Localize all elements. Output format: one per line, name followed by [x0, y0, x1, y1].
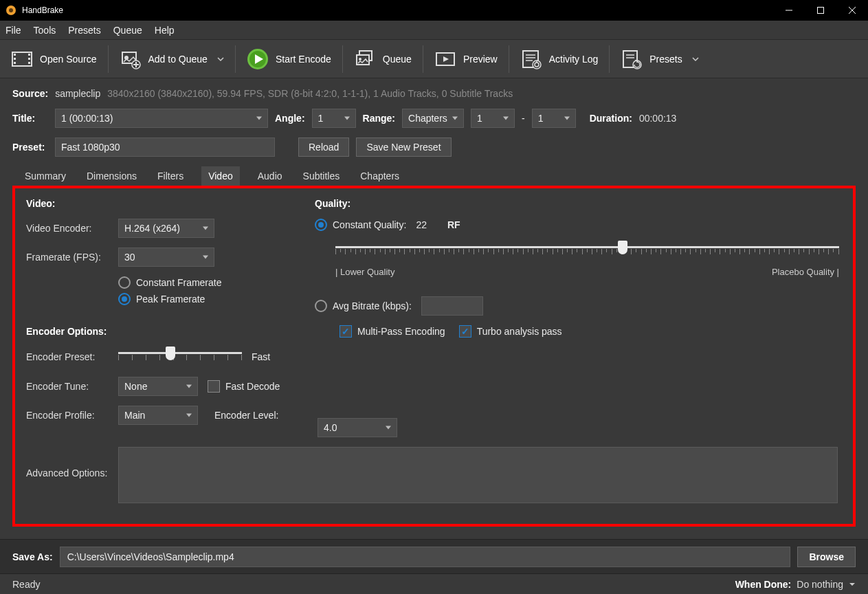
radio-icon [118, 276, 131, 289]
encoder-tune-select[interactable]: None [118, 377, 198, 396]
menu-file[interactable]: File [5, 25, 21, 36]
radio-icon [315, 300, 327, 312]
quality-section-heading: Quality: [315, 198, 842, 209]
save-path-input[interactable]: C:\Users\Vince\Videos\Sampleclip.mp4 [60, 547, 791, 567]
title-label: Title: [12, 113, 48, 124]
range-start-select[interactable]: 1 [471, 109, 515, 128]
status-text: Ready [12, 579, 40, 590]
source-row: Source: sampleclip 3840x2160 (3840x2160)… [12, 88, 856, 99]
window-titlebar: HandBrake [0, 0, 868, 21]
lower-quality-label: | Lower Quality [335, 267, 394, 277]
maximize-button[interactable] [805, 0, 836, 21]
svg-rect-9 [14, 62, 16, 64]
angle-select[interactable]: 1 [312, 109, 356, 128]
multipass-checkbox[interactable]: Multi-Pass Encoding [340, 325, 445, 338]
video-encoder-label: Video Encoder: [26, 223, 109, 234]
queue-button[interactable]: Queue [347, 44, 419, 74]
dropdown-arrow-icon [217, 56, 224, 63]
avg-bitrate-input[interactable] [421, 296, 483, 316]
fast-decode-checkbox[interactable]: Fast Decode [208, 380, 280, 393]
encoder-profile-select[interactable]: Main [118, 406, 198, 425]
preview-label: Preview [463, 54, 498, 65]
open-source-label: Open Source [40, 54, 97, 65]
svg-rect-12 [28, 62, 30, 64]
radio-icon [118, 293, 131, 305]
activity-log-label: Activity Log [549, 54, 599, 65]
save-bar: Save As: C:\Users\Vince\Videos\Samplecli… [0, 539, 868, 573]
turbo-checkbox[interactable]: Turbo analysis pass [459, 325, 562, 338]
checkbox-icon [459, 325, 471, 338]
dropdown-arrow-icon [849, 581, 856, 588]
encoder-profile-label: Encoder Profile: [26, 410, 109, 421]
menu-presets[interactable]: Presets [68, 25, 100, 36]
activity-log-button[interactable]: Activity Log [513, 44, 605, 74]
add-queue-icon [120, 48, 142, 70]
tab-video[interactable]: Video [201, 166, 240, 186]
source-label: Source: [12, 88, 48, 99]
browse-button[interactable]: Browse [797, 547, 856, 567]
encoder-tune-label: Encoder Tune: [26, 381, 109, 392]
range-type-select[interactable]: Chapters [402, 109, 464, 128]
encoder-level-select[interactable]: 4.0 [318, 418, 397, 437]
menu-help[interactable]: Help [155, 25, 175, 36]
tab-chapters[interactable]: Chapters [357, 166, 402, 186]
cq-unit: RF [447, 219, 460, 230]
tab-dimensions[interactable]: Dimensions [84, 166, 140, 186]
when-done-value[interactable]: Do nothing [797, 579, 843, 590]
encoder-preset-slider[interactable] [118, 346, 242, 367]
svg-point-22 [359, 58, 361, 60]
range-end-select[interactable]: 1 [532, 109, 576, 128]
video-encoder-select[interactable]: H.264 (x264) [118, 219, 214, 238]
checkbox-icon [208, 380, 220, 393]
svg-rect-10 [28, 54, 30, 56]
constant-framerate-radio[interactable]: Constant Framerate [118, 276, 222, 289]
encoder-preset-label: Encoder Preset: [26, 351, 109, 362]
svg-rect-3 [818, 8, 824, 14]
tab-summary[interactable]: Summary [22, 166, 69, 186]
advanced-options-label: Advanced Options: [26, 447, 109, 478]
framerate-select[interactable]: 30 [118, 248, 214, 267]
tab-filters[interactable]: Filters [155, 166, 186, 186]
preview-button[interactable]: Preview [427, 44, 504, 74]
checkbox-icon [340, 325, 352, 338]
start-encode-button[interactable]: Start Encode [240, 44, 338, 74]
preset-label: Preset: [12, 142, 48, 153]
source-name: sampleclip [55, 88, 100, 99]
start-encode-label: Start Encode [276, 54, 331, 65]
play-icon [247, 48, 269, 70]
presets-label: Presets [649, 54, 682, 65]
menu-tools[interactable]: Tools [34, 25, 56, 36]
svg-rect-8 [14, 58, 16, 60]
toolbar-separator [108, 45, 109, 73]
constant-quality-radio[interactable]: Constant Quality: [315, 219, 406, 231]
toolbar-separator [342, 45, 343, 73]
title-select[interactable]: 1 (00:00:13) [55, 109, 268, 128]
queue-icon [354, 48, 376, 70]
toolbar-separator [235, 45, 236, 73]
close-button[interactable] [836, 0, 868, 21]
toolbar-separator [609, 45, 610, 73]
preview-icon [434, 48, 456, 70]
quality-slider[interactable] [335, 241, 839, 264]
tab-subtitles[interactable]: Subtitles [300, 166, 343, 186]
open-source-button[interactable]: Open Source [4, 44, 104, 74]
avg-bitrate-radio[interactable]: Avg Bitrate (kbps): [315, 300, 412, 312]
preset-select[interactable]: Fast 1080p30 [55, 138, 275, 157]
menu-queue[interactable]: Queue [113, 25, 142, 36]
svg-rect-7 [14, 54, 16, 56]
peak-framerate-radio[interactable]: Peak Framerate [118, 293, 205, 305]
add-to-queue-button[interactable]: Add to Queue [113, 44, 231, 74]
tab-audio[interactable]: Audio [255, 166, 285, 186]
minimize-button[interactable] [773, 0, 805, 21]
duration-label: Duration: [590, 113, 632, 124]
svg-point-1 [9, 8, 13, 12]
reload-button[interactable]: Reload [298, 138, 349, 157]
app-icon [5, 5, 16, 16]
advanced-options-input[interactable] [118, 447, 838, 503]
video-panel: Video: Video Encoder: H.264 (x264) Frame… [12, 186, 856, 527]
tabs: Summary Dimensions Filters Video Audio S… [12, 166, 856, 186]
placebo-quality-label: Placebo Quality | [772, 267, 839, 277]
presets-button[interactable]: Presets [614, 44, 705, 74]
encoder-level-label: Encoder Level: [214, 410, 278, 421]
save-new-preset-button[interactable]: Save New Preset [356, 138, 451, 157]
